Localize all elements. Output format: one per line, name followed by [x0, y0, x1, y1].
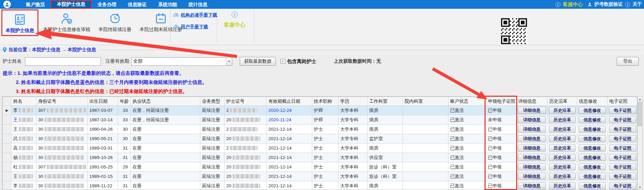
modify-info-button[interactable]: 信息修改 [579, 135, 606, 142]
e-certificate-button[interactable]: 电子证照 [609, 126, 636, 133]
export-button[interactable]: 导出 [617, 57, 639, 66]
fetch-latest-data-button[interactable]: 获取最新数据 [240, 57, 276, 66]
user-manual-download-link[interactable]: 用户手册下载 [173, 24, 217, 30]
history-button[interactable]: 历史沿革 [549, 135, 576, 142]
table-row[interactable]: 杨 30 1989-10-2631在册延续注册20 2021-12-14护士大学… [3, 153, 638, 162]
column-header-护士证号[interactable]: 护士证号 [225, 97, 267, 106]
column-header-执业状态[interactable]: 执业状态 [131, 97, 200, 106]
menu-item-业务办理[interactable]: 业务办理 [92, 0, 122, 9]
detail-info-button[interactable]: 详细信息 [518, 116, 546, 123]
e-certificate-button[interactable]: 电子证照 [609, 135, 636, 142]
vertical-scrollbar[interactable]: ▲ ▼ [637, 96, 643, 190]
row-selector-cell[interactable] [3, 144, 11, 153]
e-certificate-button[interactable]: 电子证照 [609, 116, 636, 123]
column-header-业务类型[interactable]: 业务类型 [200, 97, 225, 106]
history-button[interactable]: 历史沿革 [549, 173, 576, 180]
table-row[interactable]: 杜 307 1991-05-2529在册延续注册20 2021-12-14护士大… [3, 162, 638, 172]
column-header-院内科室[interactable]: 院内科室 [403, 97, 448, 106]
ribbon-button-本院护士信息修改审核[interactable]: 本院护士信息修改审核 [40, 9, 94, 34]
column-header-申领电子证照[interactable]: 申领电子证照 [486, 97, 517, 106]
org-manual-download-link[interactable]: 机构必读手册下载 [173, 12, 217, 18]
menu-item-账户激活[interactable]: 账户激活 [20, 0, 51, 9]
detail-info-button[interactable]: 详细信息 [518, 173, 546, 180]
detail-info-button[interactable]: 详细信息 [518, 135, 546, 142]
e-certificate-button[interactable]: 电子证照 [609, 154, 636, 161]
user-avatar-icon[interactable] [3, 1, 11, 8]
row-selector-cell[interactable] [3, 172, 11, 181]
ribbon-button-本院护士信息[interactable]: 本院护士信息 [1, 9, 38, 36]
modify-info-button[interactable]: 信息修改 [579, 145, 606, 152]
column-header-账户状态[interactable]: 账户状态 [448, 97, 486, 106]
ribbon-button-本院待延续注册[interactable]: 本院待延续注册 [95, 9, 135, 34]
history-button[interactable]: 历史沿革 [549, 126, 576, 133]
detail-info-button[interactable]: 详细信息 [518, 154, 546, 161]
nurse-name-input[interactable] [25, 57, 101, 66]
modify-info-button[interactable]: 信息修改 [579, 116, 606, 123]
e-certificate-button[interactable]: 电子证照 [609, 107, 636, 114]
modify-info-button[interactable]: 信息修改 [579, 163, 606, 170]
column-header-技术职称[interactable]: 技术职称 [312, 97, 339, 106]
history-button[interactable]: 历史沿革 [549, 116, 576, 123]
menu-item-本院护士信息[interactable]: 本院护士信息 [51, 0, 92, 9]
e-certificate-button[interactable]: 电子证照 [609, 182, 636, 189]
exam-data-verify-link[interactable]: 护考数据验证 [594, 1, 623, 7]
row-selector-cell[interactable] [3, 181, 11, 190]
menu-item-系统功能[interactable]: 系统功能 [152, 0, 183, 9]
column-header-身份证号[interactable]: 身份证号 [36, 97, 88, 106]
column-header-信息修改[interactable]: 信息修改 [577, 97, 608, 106]
table-row[interactable]: 王 30 1987-10-1433在册，待延续注册延续注册20 2020-11-… [3, 115, 638, 125]
about-link[interactable]: 关于 [633, 1, 642, 7]
checkbox-checked-icon[interactable]: ✓ [281, 59, 285, 64]
modify-info-button[interactable]: 信息修改 [579, 182, 606, 189]
chevron-down-icon[interactable]: ▼ [226, 58, 232, 65]
table-row[interactable]: 王 30 1989-02-1531在册延续注册20 2021-12-14护士大学… [3, 172, 638, 181]
column-header-工作科室[interactable]: 工作科室 [368, 97, 403, 106]
history-button[interactable]: 历史沿革 [549, 154, 576, 161]
e-certificate-button[interactable]: 电子证照 [609, 163, 636, 170]
table-row[interactable]: 李 30 1989-11-2231在册延续注册20 2021-12-14护士大学… [3, 181, 638, 190]
table-row[interactable]: 武 30 1990-05-2130在册延续注册20 2021-12-14护士大学… [3, 134, 638, 144]
row-selector-cell[interactable]: ▶ [3, 106, 11, 115]
table-row[interactable]: 高 30 1989-03-3131在册延续注册2 2021-12-14护士大学本… [3, 144, 638, 153]
column-header-详细信息[interactable]: 详细信息 [517, 97, 548, 106]
history-button[interactable]: 历史沿革 [549, 107, 576, 114]
modify-info-button[interactable]: 信息修改 [579, 107, 606, 114]
menu-item-信息验证[interactable]: 信息验证 [122, 0, 152, 9]
scroll-up-icon[interactable]: ▲ [638, 97, 642, 102]
scrollbar-thumb[interactable] [638, 102, 642, 126]
modify-info-button[interactable]: 信息修改 [579, 154, 606, 161]
e-certificate-button[interactable]: 电子证照 [609, 173, 636, 180]
column-header-历史沿革[interactable]: 历史沿革 [548, 97, 577, 106]
e-certificate-button[interactable]: 电子证照 [609, 145, 636, 152]
detail-info-button[interactable]: 详细信息 [518, 126, 546, 133]
row-selector-cell[interactable] [3, 162, 11, 172]
column-header-出生日期[interactable]: 出生日期 [88, 97, 118, 106]
inner-department-cell [403, 134, 448, 144]
detail-info-button[interactable]: 详细信息 [518, 163, 546, 170]
table-row[interactable]: 王 30 1990-04-2630在册延续注册2 2021-12-14护士大学本… [3, 125, 638, 134]
row-selector-cell[interactable] [3, 153, 11, 162]
detail-info-button[interactable]: 详细信息 [518, 145, 546, 152]
modify-info-button[interactable]: 信息修改 [579, 173, 606, 180]
column-header-学历[interactable]: 学历 [339, 97, 368, 106]
include-offduty-checkbox-group[interactable]: ✓ 包含离岗护士 [281, 58, 316, 65]
support-center-group[interactable]: i 客服中心 [218, 11, 252, 29]
modify-info-button[interactable]: 信息修改 [579, 126, 606, 133]
detail-info-button[interactable]: 详细信息 [518, 107, 546, 114]
detail-info-button[interactable]: 详细信息 [518, 182, 546, 189]
row-selector-cell[interactable] [3, 115, 11, 125]
table-row[interactable]: ▶李 307 1987-03-0733在册，待延续注册延续注册2 2020-12… [3, 106, 638, 115]
column-header-有效期截止日期[interactable]: 有效期截止日期 [267, 97, 312, 106]
menu-item-统计信息[interactable]: 统计信息 [183, 0, 213, 9]
scroll-down-icon[interactable]: ▼ [638, 184, 642, 190]
column-header-电子证照[interactable]: 电子证照 [608, 97, 638, 106]
history-button[interactable]: 历史沿革 [549, 145, 576, 152]
row-selector-cell[interactable] [3, 125, 11, 134]
column-header-姓名[interactable]: 姓名 [11, 97, 36, 106]
history-button[interactable]: 历史沿革 [549, 163, 576, 170]
history-button[interactable]: 历史沿革 [549, 182, 576, 189]
row-selector-cell[interactable] [3, 134, 11, 144]
column-header-年龄[interactable]: 年龄 [118, 97, 131, 106]
support-center-link[interactable]: 客服中心 [563, 1, 583, 8]
register-period-select[interactable]: 全部 ▼ [131, 57, 232, 66]
